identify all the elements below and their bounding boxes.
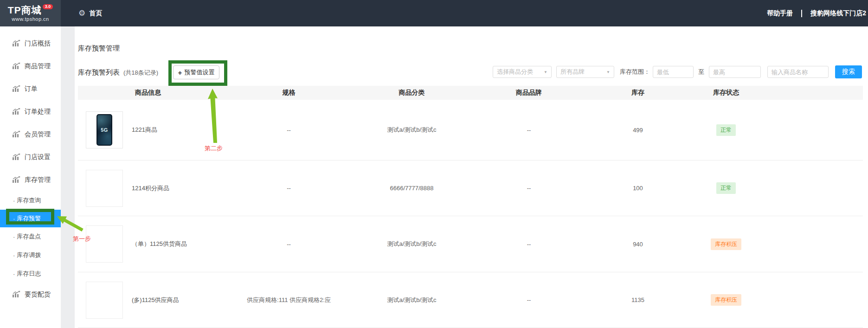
chart-icon <box>13 40 20 47</box>
product-name: 1221商品 <box>132 126 157 134</box>
bullet-icon: · <box>13 270 15 277</box>
sidebar-item-members[interactable]: 会员管理 <box>0 123 61 146</box>
sidebar-subitem-inventory-transfer[interactable]: · 库存调拨 <box>0 246 61 264</box>
category-cell: 测试a/测试b/测试c <box>360 272 464 328</box>
record-count: (共18条记录) <box>123 69 158 76</box>
list-title-text: 库存预警列表 <box>78 68 120 76</box>
filter-bar: 选择商品分类 ▼ 所有品牌 ▼ 库存范围： 至 搜索 <box>493 65 862 78</box>
product-image <box>86 170 123 207</box>
phone-5g-label: 5G <box>101 127 108 133</box>
chart-icon <box>13 63 20 70</box>
sidebar-subitem-label: 库存查询 <box>17 196 41 205</box>
sidebar-item-goods-distribution[interactable]: 要货配货 <box>0 283 61 306</box>
stock-cell: 940 <box>594 216 682 272</box>
logo-domain: www.tpshop.cn <box>12 16 49 22</box>
sidebar-item-inventory[interactable]: 库存管理 <box>0 168 61 191</box>
col-header-goods-info: 商品信息 <box>78 86 218 100</box>
product-name: (多)1125供应商品 <box>132 296 179 304</box>
brand-cell: -- <box>464 216 594 272</box>
category-select[interactable]: 选择商品分类 ▼ <box>493 66 552 78</box>
col-header-filler <box>770 86 863 100</box>
chart-icon <box>13 176 20 183</box>
sidebar-item-label: 要货配货 <box>25 290 51 299</box>
status-badge: 正常 <box>716 182 736 194</box>
table-row: 5G 1221商品 -- 测试a/测试b/测试c -- 499 正常 <box>78 100 863 161</box>
goods-name-input[interactable] <box>767 66 829 78</box>
col-header-spec: 规格 <box>218 86 360 100</box>
chart-icon <box>13 154 20 161</box>
product-name: 1214积分商品 <box>132 184 169 193</box>
warning-table: 商品信息 规格 商品分类 商品品牌 库存 库存状态 5G 1221商品 -- 测… <box>78 86 863 328</box>
product-image: 5G <box>86 111 123 148</box>
brand-select-value: 所有品牌 <box>560 68 585 76</box>
sidebar-item-label: 订单 <box>25 85 38 93</box>
sidebar-subitem-label: 库存盘点 <box>17 232 41 241</box>
stock-cell: 100 <box>594 161 682 216</box>
bullet-icon: · <box>13 197 15 204</box>
sidebar-item-label: 门店概括 <box>25 39 51 48</box>
col-header-stock: 库存 <box>594 86 682 100</box>
spec-cell: -- <box>218 161 360 216</box>
table-row: 1214积分商品 -- 6666/7777/8888 -- 100 正常 <box>78 161 863 216</box>
to-label: 至 <box>698 68 704 76</box>
status-badge: 库存积压 <box>711 238 741 250</box>
status-badge: 正常 <box>716 124 736 136</box>
category-cell: 6666/7777/8888 <box>360 161 464 216</box>
spec-cell: 供应商规格:111 供应商规格2:应 <box>218 272 360 328</box>
topbar: TP商城 3.0 www.tpshop.cn ⚙ 首页 帮助手册 搜豹网络线下门… <box>0 0 868 26</box>
store-switcher[interactable]: 搜豹网络线下门店2 <box>810 9 866 18</box>
stock-max-input[interactable] <box>709 66 761 78</box>
table-header-row: 商品信息 规格 商品分类 商品品牌 库存 库存状态 <box>78 86 863 100</box>
logo[interactable]: TP商城 3.0 www.tpshop.cn <box>0 0 61 26</box>
product-image <box>86 282 123 319</box>
search-button[interactable]: 搜索 <box>835 65 862 78</box>
sidebar-item-label: 商品管理 <box>25 62 51 71</box>
sidebar-item-store-settings[interactable]: 门店设置 <box>0 146 61 168</box>
brand-cell: -- <box>464 100 594 160</box>
sidebar-subitem-inventory-warning[interactable]: · 库存预警 <box>0 210 61 227</box>
warning-value-setting-button[interactable]: + 预警值设置 <box>173 65 219 79</box>
sidebar-subitem-inventory-query[interactable]: · 库存查询 <box>0 191 61 210</box>
chart-icon <box>13 131 20 138</box>
stock-min-input[interactable] <box>653 66 694 78</box>
chart-icon <box>13 108 20 115</box>
sidebar: 门店概括 商品管理 订单 订单处理 会员管理 门店设置 库存管理 · 库存查询 … <box>0 26 61 328</box>
col-header-stock-status: 库存状态 <box>682 86 770 100</box>
sidebar-item-goods[interactable]: 商品管理 <box>0 55 61 77</box>
status-badge: 库存积压 <box>711 294 741 306</box>
sidebar-item-store-overview[interactable]: 门店概括 <box>0 32 61 55</box>
step1-label: 第一步 <box>73 235 91 243</box>
brand-cell: -- <box>464 272 594 328</box>
sidebar-item-order-handling[interactable]: 订单处理 <box>0 100 61 123</box>
help-link[interactable]: 帮助手册 <box>767 9 793 18</box>
sidebar-item-label: 门店设置 <box>25 153 51 161</box>
brand-select[interactable]: 所有品牌 ▼ <box>556 66 614 78</box>
col-header-category: 商品分类 <box>360 86 464 100</box>
main-panel: 库存预警管理 库存预警列表(共18条记录) + 预警值设置 选择商品分类 ▼ 所… <box>75 26 868 328</box>
sidebar-subitem-label: 库存预警 <box>17 214 41 223</box>
chevron-down-icon: ▼ <box>544 70 547 74</box>
nav-home-label: 首页 <box>89 9 102 18</box>
sidebar-subitem-label: 库存调拨 <box>17 251 41 259</box>
bullet-icon: · <box>13 215 15 222</box>
bullet-icon: · <box>13 233 15 240</box>
sidebar-subitem-label: 库存日志 <box>17 270 41 278</box>
sidebar-item-label: 会员管理 <box>25 130 51 139</box>
bullet-icon: · <box>13 252 15 259</box>
page-title: 库存预警管理 <box>78 44 120 53</box>
table-row: （单）1125供货商品 -- 测试a/测试b/测试c -- 940 库存积压 <box>78 216 863 272</box>
col-header-brand: 商品品牌 <box>464 86 594 100</box>
sidebar-subitem-inventory-log[interactable]: · 库存日志 <box>0 264 61 283</box>
nav-home[interactable]: ⚙ 首页 <box>78 8 102 18</box>
stock-range-label: 库存范围： <box>620 68 650 76</box>
spec-cell: -- <box>218 100 360 160</box>
stock-cell: 1135 <box>594 272 682 328</box>
product-name: （单）1125供货商品 <box>132 240 187 248</box>
category-cell: 测试a/测试b/测试c <box>360 216 464 272</box>
sidebar-item-orders[interactable]: 订单 <box>0 77 61 100</box>
logo-version-badge: 3.0 <box>43 4 53 9</box>
plus-icon: + <box>178 69 182 76</box>
sidebar-subitem-inventory-check[interactable]: · 库存盘点 <box>0 227 61 246</box>
phone-image: 5G <box>96 114 112 146</box>
chart-icon <box>13 291 20 298</box>
